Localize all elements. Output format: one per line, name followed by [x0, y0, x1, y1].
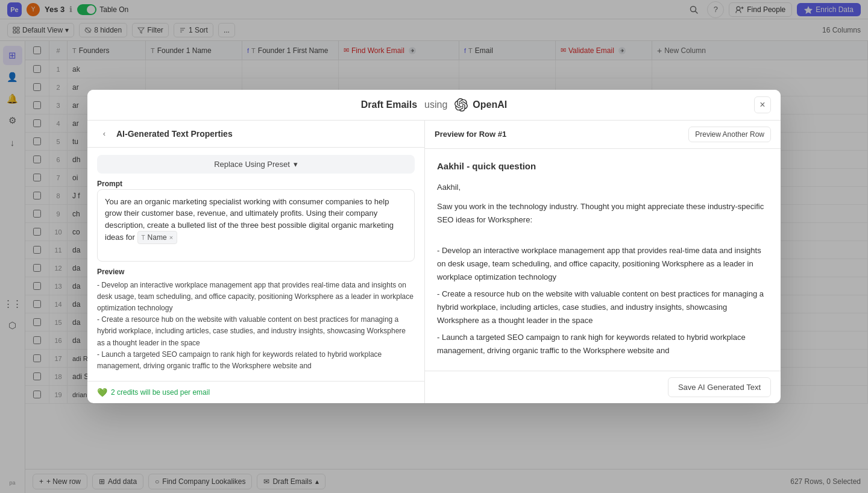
- email-bullet-1: - Develop an interactive workplace manag…: [437, 244, 769, 284]
- modal-title-text: Draft Emails: [361, 99, 417, 110]
- modal-left-content: Replace Using Preset ▾ Prompt You are an…: [87, 148, 424, 382]
- save-ai-text-button[interactable]: Save AI Generated Text: [668, 377, 771, 397]
- modal-title-using: using: [424, 99, 447, 110]
- openai-logo-icon: [454, 98, 468, 111]
- modal-close-button[interactable]: ×: [754, 96, 771, 113]
- modal-left-footer: 💚 2 credits will be used per email: [87, 381, 424, 403]
- prompt-label: Prompt: [97, 180, 415, 188]
- credits-info: 💚 2 credits will be used per email: [97, 388, 210, 397]
- preview-another-row-button[interactable]: Preview Another Row: [688, 127, 771, 142]
- modal-left-header: ‹ AI-Generated Text Properties: [87, 121, 424, 148]
- modal-right-title: Preview for Row #1: [435, 130, 506, 139]
- modal-body: ‹ AI-Generated Text Properties Replace U…: [87, 121, 781, 404]
- back-arrow-icon: ‹: [103, 129, 105, 138]
- back-button[interactable]: ‹: [97, 127, 112, 141]
- tag-text-icon: T: [142, 233, 145, 242]
- preview-label: Preview: [97, 268, 415, 276]
- preset-label: Replace Using Preset: [214, 160, 290, 169]
- modal-right-content: Aakhil - quick question Aakhil, Saw you …: [425, 149, 781, 371]
- credits-label: 2 credits will be used per email: [111, 388, 210, 397]
- email-greeting: Aakhil,: [437, 181, 769, 194]
- modal-overlay: Draft Emails using OpenAI × ‹ AI-Generat…: [0, 0, 868, 493]
- email-bullet-3: - Launch a targeted SEO campaign to rank…: [437, 331, 769, 357]
- modal-left-title: AI-Generated Text Properties: [116, 129, 233, 139]
- prompt-textarea[interactable]: You are an organic marketing specialist …: [97, 189, 415, 262]
- modal-header: Draft Emails using OpenAI ×: [87, 90, 781, 121]
- email-body-intro: Saw you work in the technology industry.…: [437, 200, 769, 227]
- email-subject: Aakhil - quick question: [437, 159, 769, 174]
- email-body: Saw you work in the technology industry.…: [437, 200, 769, 357]
- prompt-section: Prompt You are an organic marketing spec…: [97, 180, 415, 262]
- modal-title-ai: OpenAI: [473, 99, 507, 110]
- prompt-name-tag[interactable]: TName×: [137, 231, 178, 244]
- draft-emails-modal: Draft Emails using OpenAI × ‹ AI-Generat…: [87, 90, 781, 404]
- modal-right-footer: Save AI Generated Text: [425, 371, 781, 403]
- preview-content: - Develop an interactive workplace manag…: [97, 280, 415, 374]
- modal-right-header: Preview for Row #1 Preview Another Row: [425, 121, 781, 149]
- email-bullet-2: - Create a resource hub on the website w…: [437, 287, 769, 327]
- tag-remove-button[interactable]: ×: [169, 233, 173, 243]
- chevron-down-icon-2: ▾: [294, 160, 298, 169]
- preview-section: Preview - Develop an interactive workpla…: [97, 268, 415, 374]
- replace-preset-button[interactable]: Replace Using Preset ▾: [97, 155, 415, 174]
- modal-left-panel: ‹ AI-Generated Text Properties Replace U…: [87, 121, 425, 404]
- tag-label: Name: [148, 232, 167, 243]
- modal-right-panel: Preview for Row #1 Preview Another Row A…: [425, 121, 781, 404]
- modal-title: Draft Emails using OpenAI: [361, 98, 508, 111]
- credits-icon: 💚: [97, 388, 107, 397]
